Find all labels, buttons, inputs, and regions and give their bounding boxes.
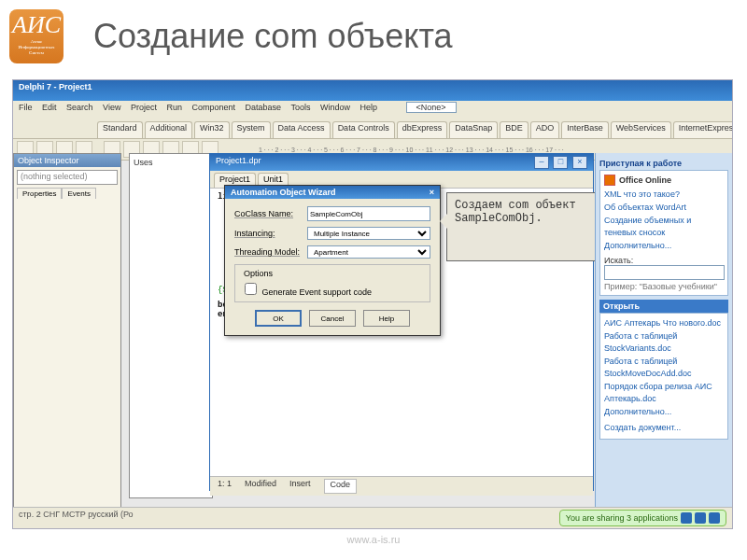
maximize-icon[interactable]: □	[553, 156, 568, 169]
automation-object-wizard: Automation Object Wizard × CoClass Name:…	[224, 185, 441, 336]
ruler: 1 · · · 2 · · · 3 · · · 4 · · · 5 · · · …	[221, 147, 728, 153]
wizard-options-group: Options Generate Event support code	[234, 264, 430, 302]
instancing-label: Instancing:	[234, 229, 302, 238]
run-config-combo[interactable]: <None>	[406, 102, 457, 113]
app-icon	[695, 512, 706, 524]
sharing-indicator[interactable]: You are sharing 3 applications	[559, 510, 726, 526]
status-modified: Modified	[245, 479, 276, 494]
tab-standard[interactable]: Standard	[97, 121, 143, 138]
search-label: Искать:	[604, 256, 724, 265]
tab-events[interactable]: Events	[62, 188, 95, 199]
tab-win32[interactable]: Win32	[194, 121, 230, 138]
menu-database[interactable]: Database	[246, 103, 282, 112]
threading-label: Threading Model:	[234, 247, 302, 257]
tab-webservices[interactable]: WebServices	[611, 121, 671, 138]
menu-search[interactable]: Search	[66, 103, 93, 112]
status-view-tab[interactable]: Code	[324, 479, 358, 494]
slide-title: Создание com объекта	[93, 17, 453, 56]
tab-datasnap[interactable]: DataSnap	[449, 121, 498, 138]
recent-doc[interactable]: Работа с таблицей StockMoveDocAdd.doc	[604, 356, 724, 380]
search-example: Пример: "Базовые учебники"	[604, 282, 724, 291]
tab-ado[interactable]: ADO	[530, 121, 560, 138]
ok-button[interactable]: OK	[255, 310, 302, 327]
menu-file[interactable]: File	[19, 103, 33, 112]
recent-doc[interactable]: АИС Аптекарь Что нового.doc	[604, 317, 724, 329]
tab-interbase[interactable]: InterBase	[561, 121, 609, 138]
wizard-title: Automation Object Wizard	[231, 188, 335, 197]
threading-select[interactable]: Apartment	[307, 245, 430, 259]
screenshot-region: Delphi 7 - Project1 File Edit Search Vie…	[12, 79, 733, 529]
slide-footer: www.a-is.ru	[0, 534, 747, 545]
link-item[interactable]: Дополнительно...	[604, 240, 724, 252]
delphi-menubar[interactable]: File Edit Search View Project Run Compon…	[13, 101, 732, 119]
logo: АИС Атлас Информационных Систем	[9, 9, 63, 63]
recent-doc[interactable]: Работа с таблицей StockVariants.doc	[604, 330, 724, 355]
menu-edit[interactable]: Edit	[42, 103, 57, 112]
project-tree[interactable]: Uses	[129, 153, 213, 498]
object-inspector-selector[interactable]: (nothing selected)	[17, 170, 118, 185]
recent-doc[interactable]: Дополнительно...	[604, 406, 724, 418]
tab-data-access[interactable]: Data Access	[273, 121, 331, 138]
coclass-input[interactable]	[307, 206, 430, 221]
tab-dbexpress[interactable]: dbExpress	[397, 121, 448, 138]
code-window-title: Project1.dpr	[216, 156, 261, 169]
coclass-label: CoClass Name:	[234, 209, 302, 218]
menu-help[interactable]: Help	[360, 103, 378, 112]
link-item[interactable]: Создание объемных и теневых сносок	[604, 215, 724, 239]
link-item[interactable]: Об объектах WordArt	[604, 202, 724, 214]
gen-event-checkbox[interactable]	[245, 283, 257, 295]
task-pane-header: Приступая к работе	[599, 157, 728, 170]
tree-node-uses[interactable]: Uses	[134, 158, 153, 167]
menu-project[interactable]: Project	[131, 103, 157, 112]
help-button[interactable]: Help	[363, 310, 410, 327]
menu-view[interactable]: View	[103, 103, 120, 112]
component-palette-tabs[interactable]: Standard Additional Win32 System Data Ac…	[13, 119, 732, 139]
close-icon[interactable]: ×	[572, 156, 587, 169]
code-statusbar: 1: 1 Modified Insert Code	[210, 476, 593, 496]
tab-additional[interactable]: Additional	[145, 121, 193, 138]
close-icon[interactable]: ×	[430, 188, 434, 197]
tab-internetexpress[interactable]: InternetExpress	[673, 121, 732, 138]
link-item[interactable]: XML что это такое?	[604, 189, 724, 201]
object-inspector-title: Object Inspector	[14, 154, 120, 167]
status-pos: 1: 1	[218, 479, 232, 494]
delphi-titlebar: Delphi 7 - Project1	[13, 80, 732, 101]
menu-component[interactable]: Component	[192, 103, 236, 112]
status-insert: Insert	[289, 479, 311, 494]
tab-bde[interactable]: BDE	[500, 121, 529, 138]
object-inspector: Object Inspector (nothing selected) Prop…	[13, 153, 121, 510]
menu-window[interactable]: Window	[320, 103, 350, 112]
menu-run[interactable]: Run	[167, 103, 183, 112]
menu-tools[interactable]: Tools	[290, 103, 310, 112]
minimize-icon[interactable]: –	[534, 156, 549, 169]
recent-doc[interactable]: Порядок сбора релиза АИС Аптекарь.doc	[604, 381, 724, 405]
instancing-select[interactable]: Multiple Instance	[307, 227, 430, 240]
open-header: Открыть	[599, 300, 728, 313]
word-statusbar: стр. 2 СНГ МСТР русский (Ро You are shar…	[13, 507, 732, 528]
tab-properties[interactable]: Properties	[17, 188, 62, 199]
create-doc-link[interactable]: Создать документ...	[604, 422, 724, 434]
tab-system[interactable]: System	[232, 121, 271, 138]
app-icon	[709, 512, 720, 524]
office-online-logo: Office Online	[604, 175, 724, 186]
status-left: стр. 2 СНГ МСТР русский (Ро	[19, 510, 134, 526]
cancel-button[interactable]: Cancel	[309, 310, 356, 327]
task-pane: Приступая к работе Office Online XML что…	[595, 153, 732, 515]
search-input[interactable]	[604, 265, 725, 280]
tab-data-controls[interactable]: Data Controls	[332, 121, 395, 138]
office-icon	[604, 175, 615, 186]
app-icon	[681, 512, 692, 524]
